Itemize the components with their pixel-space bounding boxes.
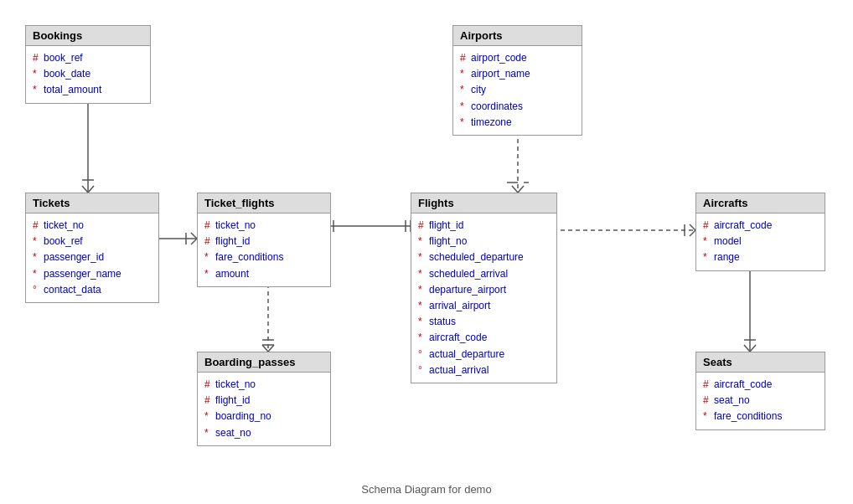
field-row: * city xyxy=(460,82,575,98)
field-prefix: * xyxy=(33,249,41,265)
field-prefix: # xyxy=(204,234,213,249)
field-name: book_date xyxy=(44,66,90,82)
field-row: * book_ref xyxy=(33,234,152,249)
seats-entity: Seats # aircraft_code # seat_no * fare_c… xyxy=(695,352,825,430)
bookings-entity: Bookings # book_ref * book_date * total_… xyxy=(25,25,151,104)
field-name: actual_arrival xyxy=(429,363,489,378)
ticket-flights-body: # ticket_no # flight_id * fare_condition… xyxy=(198,213,330,286)
field-row: * book_date xyxy=(33,66,143,82)
svg-line-10 xyxy=(262,345,268,352)
tickets-header: Tickets xyxy=(26,193,158,213)
svg-line-33 xyxy=(744,345,750,352)
svg-line-1 xyxy=(82,186,88,193)
field-name: book_ref xyxy=(44,50,83,66)
field-name: boarding_no xyxy=(215,409,271,424)
field-name: status xyxy=(429,314,456,330)
field-row: * airport_name xyxy=(460,66,575,82)
field-row: * status xyxy=(418,314,550,330)
field-name: passenger_name xyxy=(44,266,121,282)
field-prefix: ° xyxy=(418,347,426,363)
aircrafts-header: Aircrafts xyxy=(696,193,825,213)
field-name: aircraft_code xyxy=(714,218,772,234)
svg-line-16 xyxy=(518,186,524,193)
field-prefix: # xyxy=(204,377,213,393)
field-name: scheduled_departure xyxy=(429,249,524,265)
field-name: ticket_no xyxy=(215,218,256,234)
airports-body: # airport_code * airport_name * city * c… xyxy=(453,46,582,135)
field-row: ° actual_departure xyxy=(418,347,550,363)
field-name: seat_no xyxy=(215,425,251,441)
field-prefix: * xyxy=(418,234,426,249)
field-prefix: * xyxy=(204,249,213,265)
field-prefix: ° xyxy=(418,363,426,378)
field-name: airport_code xyxy=(471,50,527,66)
svg-line-34 xyxy=(750,345,756,352)
boarding-passes-body: # ticket_no # flight_id * boarding_no * … xyxy=(198,373,330,445)
field-name: model xyxy=(714,234,742,249)
field-name: flight_id xyxy=(215,234,250,249)
field-name: seat_no xyxy=(714,393,750,409)
field-row: * passenger_name xyxy=(33,266,152,282)
field-name: total_amount xyxy=(44,82,101,98)
field-name: airport_name xyxy=(471,66,530,82)
field-row: * coordinates xyxy=(460,99,575,115)
field-prefix: # xyxy=(703,393,711,409)
field-prefix: * xyxy=(33,66,41,82)
field-name: flight_id xyxy=(429,218,463,234)
field-row: * arrival_airport xyxy=(418,298,550,314)
field-name: timezone xyxy=(471,115,512,131)
field-name: arrival_airport xyxy=(429,298,490,314)
field-name: aircraft_code xyxy=(429,330,487,346)
field-name: book_ref xyxy=(44,234,83,249)
field-name: range xyxy=(714,249,740,265)
field-row: # flight_id xyxy=(204,234,323,249)
bookings-body: # book_ref * book_date * total_amount xyxy=(26,46,150,103)
field-prefix: * xyxy=(418,330,426,346)
field-row: * timezone xyxy=(460,115,575,131)
field-name: passenger_id xyxy=(44,249,104,265)
field-prefix: # xyxy=(33,218,41,234)
field-row: * range xyxy=(703,249,818,265)
flights-body: # flight_id * flight_no * scheduled_depa… xyxy=(411,213,556,383)
field-name: flight_no xyxy=(429,234,467,249)
field-row: # aircraft_code xyxy=(703,377,818,393)
ticket-flights-header: Ticket_flights xyxy=(198,193,330,213)
field-name: departure_airport xyxy=(429,282,506,298)
flights-entity: Flights # flight_id * flight_no * schedu… xyxy=(411,193,557,383)
svg-line-7 xyxy=(191,239,197,244)
diagram-caption: Schema Diagram for demo xyxy=(0,483,853,496)
field-prefix: * xyxy=(418,266,426,282)
svg-line-15 xyxy=(512,186,518,193)
field-row: * boarding_no xyxy=(204,409,323,424)
field-row: ° actual_arrival xyxy=(418,363,550,378)
boarding-passes-entity: Boarding_passes # ticket_no # flight_id … xyxy=(197,352,331,446)
field-prefix: ° xyxy=(33,282,41,298)
field-row: # ticket_no xyxy=(204,377,323,393)
svg-line-29 xyxy=(690,224,695,230)
diagram-container: Bookings # book_ref * book_date * total_… xyxy=(0,0,853,504)
field-prefix: # xyxy=(33,50,41,66)
field-row: * model xyxy=(703,234,818,249)
field-row: * scheduled_departure xyxy=(418,249,550,265)
tickets-body: # ticket_no * book_ref * passenger_id * … xyxy=(26,213,158,302)
field-prefix: * xyxy=(204,409,213,424)
ticket-flights-entity: Ticket_flights # ticket_no # flight_id *… xyxy=(197,193,331,287)
field-row: * passenger_id xyxy=(33,249,152,265)
field-prefix: * xyxy=(703,234,711,249)
field-prefix: * xyxy=(418,298,426,314)
field-name: fare_conditions xyxy=(215,249,283,265)
field-prefix: * xyxy=(204,266,213,282)
field-name: coordinates xyxy=(471,99,523,115)
field-prefix: * xyxy=(418,282,426,298)
seats-header: Seats xyxy=(696,352,825,373)
svg-line-6 xyxy=(191,233,197,239)
field-prefix: * xyxy=(460,82,468,98)
field-row: * fare_conditions xyxy=(703,409,818,424)
field-row: * scheduled_arrival xyxy=(418,266,550,282)
field-name: amount xyxy=(215,266,249,282)
field-prefix: * xyxy=(418,314,426,330)
field-prefix: * xyxy=(418,249,426,265)
field-prefix: * xyxy=(703,409,711,424)
field-row: # ticket_no xyxy=(204,218,323,234)
tickets-entity: Tickets # ticket_no * book_ref * passeng… xyxy=(25,193,159,303)
